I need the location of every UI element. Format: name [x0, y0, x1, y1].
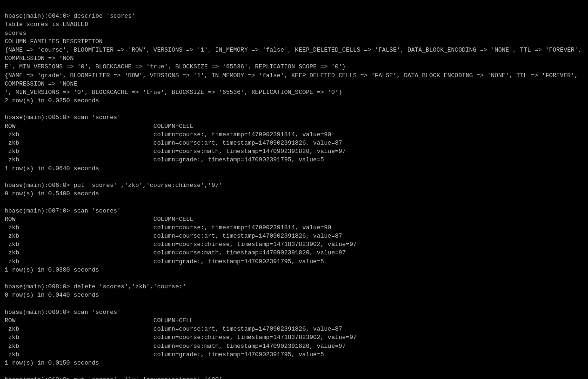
terminal-window[interactable]: hbase(main):004:0> describe 'scores' Tab… — [5, 4, 583, 379]
line-1: hbase(main):004:0> describe 'scores' Tab… — [5, 13, 585, 379]
